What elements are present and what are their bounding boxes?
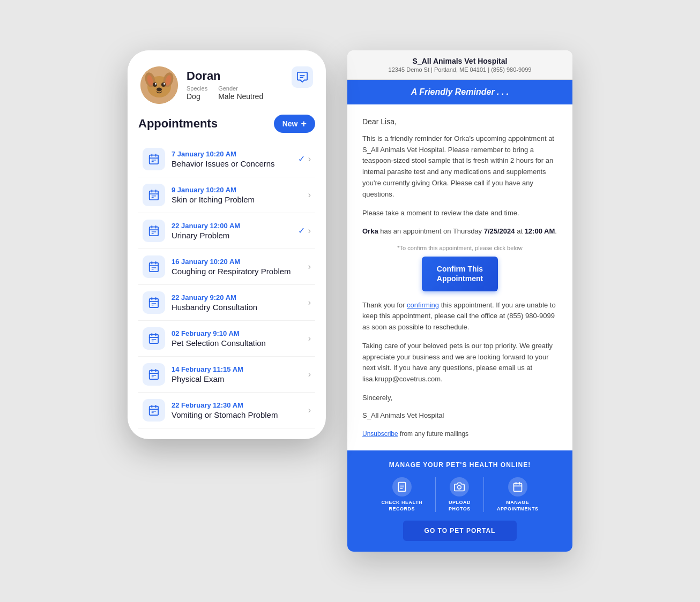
appointment-type: Physical Exam [172,374,302,383]
hospital-name: S_All Animals Vet Hospital [358,57,562,65]
appointment-icon [143,148,165,170]
appointment-icon [143,220,165,242]
svg-point-6 [153,82,157,87]
manage-appointments-label: MANAGEAPPOINTMENTS [497,500,539,512]
chat-button[interactable] [292,66,313,88]
species-label: Species [187,85,207,92]
appointment-item[interactable]: 22 January 9:20 AM Husbandry Consultatio… [138,285,315,321]
new-appointment-button[interactable]: New + [274,115,315,133]
value-prop-text: Taking care of your beloved pets is our … [362,341,557,385]
svg-rect-15 [150,298,159,307]
svg-rect-21 [513,483,522,491]
appointment-actions: › [308,334,311,343]
appointment-date: 02 February 9:10 AM [172,329,302,337]
svg-point-7 [161,82,166,87]
appointments-title: Appointments [138,117,218,131]
email-paragraph2: Please take a moment to review the date … [362,208,557,219]
appointment-icon [143,184,165,206]
svg-rect-16 [150,334,159,343]
email-mockup: S_All Animals Vet Hospital 12345 Demo St… [347,50,572,552]
health-records-icon [392,477,412,496]
appointment-type: Pet Selection Consultation [172,338,302,348]
svg-point-9 [163,83,165,85]
svg-rect-11 [150,155,159,164]
appointment-item[interactable]: 22 January 12:00 AM Urinary Problem ✓ › [138,213,315,249]
chat-icon [296,71,308,83]
svg-point-10 [157,87,162,91]
signature-text: S_All Animals Vet Hospital [362,411,557,419]
appointment-date: 22 January 12:00 AM [172,222,292,230]
appointment-date: 22 February 12:30 AM [172,401,302,409]
chevron-right-icon: › [308,226,311,236]
svg-rect-18 [150,406,159,415]
svg-rect-12 [150,191,159,200]
appointment-icon [143,327,165,350]
appointment-date: 14 February 11:15 AM [172,365,302,373]
new-btn-label: New [282,119,298,128]
appointment-type: Husbandry Consultation [172,303,302,312]
appointment-item[interactable]: 9 January 10:20 AM Skin or Itching Probl… [138,177,315,213]
appointment-type: Vomiting or Stomach Problem [172,410,302,419]
appointment-type: Coughing or Respiratory Problem [172,267,302,276]
manage-appointments-icon [508,477,527,496]
appointment-item[interactable]: 14 February 11:15 AM Physical Exam › [138,357,315,393]
appointment-date: 7 January 10:20 AM [172,150,292,158]
appointment-date: 22 January 9:20 AM [172,294,302,302]
unsubscribe-link[interactable]: Unsubscribe [362,430,398,438]
appointment-list: 7 January 10:20 AM Behavior Issues or Co… [138,141,315,428]
appointment-actions: ✓ › [298,225,311,236]
appointment-icon [143,363,165,386]
profile-header: Doran Species Dog Gender Male Neutred [128,50,326,115]
svg-point-20 [458,485,461,489]
appointment-icon [143,291,165,314]
chevron-right-icon: › [308,154,311,164]
species-value: Dog [187,92,200,101]
avatar [140,66,178,104]
check-icon: ✓ [298,225,305,236]
appointment-item[interactable]: 02 February 9:10 AM Pet Selection Consul… [138,321,315,357]
svg-rect-13 [150,227,159,236]
phone-mockup: Doran Species Dog Gender Male Neutred [128,50,326,439]
upload-photos-label: UPLOADPHOTOS [449,500,471,512]
sincerely-text: Sincerely, [362,393,557,404]
appointments-header: Appointments New + [138,115,315,133]
appointment-item[interactable]: 7 January 10:20 AM Behavior Issues or Co… [138,141,315,177]
chevron-right-icon: › [308,298,311,307]
appointments-section: Appointments New + 7 January 10:20 [128,115,326,439]
unsubscribe-text: Unsubscribe from any future mailings [362,430,557,438]
confirm-btn-wrap: Confirm ThisAppointment [362,257,557,291]
svg-point-8 [155,83,157,85]
appointment-details: 9 January 10:20 AM Skin or Itching Probl… [172,186,302,204]
chevron-right-icon: › [308,405,311,415]
go-to-portal-button[interactable]: GO TO PET PORTAL [403,521,517,541]
footer-icon-appointments: MANAGEAPPOINTMENTS [484,477,552,512]
svg-rect-14 [150,262,159,272]
footer-icon-health: CHECK HEALTHRECORDS [369,477,436,512]
appointment-item[interactable]: 16 January 10:20 AM Coughing or Respirat… [138,249,315,285]
appointment-details: 02 February 9:10 AM Pet Selection Consul… [172,329,302,348]
appointment-actions: ✓ › [298,154,311,164]
email-paragraph1: This is a friendly reminder for Orka's u… [362,133,557,200]
plus-icon: + [301,119,307,129]
species-item: Species Dog [187,85,207,101]
appointment-details: 22 February 12:30 AM Vomiting or Stomach… [172,401,302,419]
gender-value: Male Neutred [218,92,263,101]
footer-title: MANAGE YOUR PET'S HEALTH ONLINE! [358,461,562,469]
chevron-right-icon: › [308,370,311,379]
confirm-appointment-button[interactable]: Confirm ThisAppointment [422,257,498,291]
appointment-item[interactable]: 22 February 12:30 AM Vomiting or Stomach… [138,393,315,428]
footer-icons: CHECK HEALTHRECORDS UPLOADPHOTOS [358,477,562,512]
email-header: S_All Animals Vet Hospital 12345 Demo St… [347,50,572,80]
scene: Doran Species Dog Gender Male Neutred [128,50,572,552]
appointment-icon [143,255,165,278]
appointment-actions: › [308,262,311,272]
appointment-actions: › [308,298,311,307]
confirming-link[interactable]: confirming [407,301,439,309]
svg-rect-17 [150,370,159,379]
confirm-note: *To confirm this appointment, please cli… [362,245,557,251]
appointment-info: Orka has an appointment on Thursday 7/25… [362,226,557,237]
health-records-label: CHECK HEALTHRECORDS [382,500,422,512]
appointment-date: 9 January 10:20 AM [172,186,302,194]
chevron-right-icon: › [308,262,311,272]
chevron-right-icon: › [308,334,311,343]
